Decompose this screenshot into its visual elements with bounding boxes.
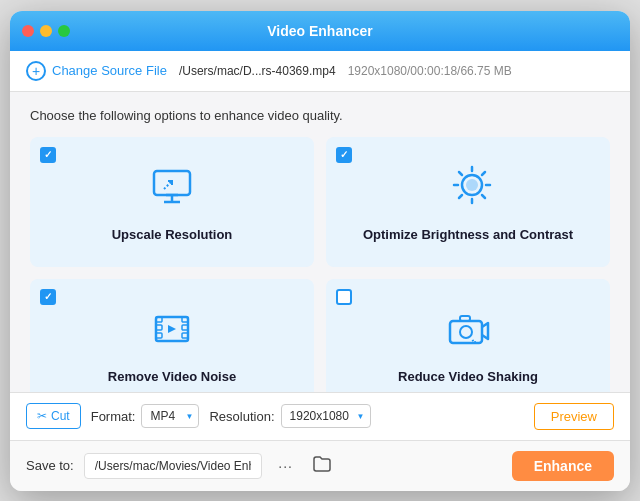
maximize-button[interactable] bbox=[58, 25, 70, 37]
upscale-checkbox[interactable] bbox=[40, 147, 56, 163]
cut-button[interactable]: ✂ Cut bbox=[26, 403, 81, 429]
titlebar: Video Enhancer bbox=[10, 11, 630, 51]
brightness-checkbox[interactable] bbox=[336, 147, 352, 163]
scissors-icon: ✂ bbox=[37, 409, 47, 423]
plus-icon: + bbox=[26, 61, 46, 81]
upscale-card: Upscale Resolution bbox=[30, 137, 314, 267]
enhance-button[interactable]: Enhance bbox=[512, 451, 614, 481]
svg-line-13 bbox=[459, 172, 462, 175]
svg-rect-24 bbox=[460, 316, 470, 321]
close-button[interactable] bbox=[22, 25, 34, 37]
format-group: Format: MP4 MOV AVI bbox=[91, 404, 200, 428]
stabilize-card: Reduce Video Shaking bbox=[326, 279, 610, 392]
denoise-checkbox[interactable] bbox=[40, 289, 56, 305]
file-path: /Users/mac/D...rs-40369.mp4 bbox=[179, 64, 336, 78]
denoise-card: Remove Video Noise bbox=[30, 279, 314, 392]
window-controls bbox=[22, 25, 70, 37]
format-select[interactable]: MP4 MOV AVI bbox=[141, 404, 199, 428]
bottom-bar: ✂ Cut Format: MP4 MOV AVI Resolution: 19… bbox=[10, 392, 630, 440]
brightness-label: Optimize Brightness and Contrast bbox=[363, 227, 573, 242]
file-info: /Users/mac/D...rs-40369.mp4 1920x1080/00… bbox=[179, 64, 512, 78]
save-path-input[interactable] bbox=[84, 453, 263, 479]
change-source-button[interactable]: + Change Source File bbox=[26, 61, 167, 81]
browse-dots-button[interactable]: ··· bbox=[272, 454, 299, 478]
stabilize-checkbox[interactable] bbox=[336, 289, 352, 305]
main-window: Video Enhancer + Change Source File /Use… bbox=[10, 11, 630, 491]
svg-rect-22 bbox=[450, 321, 482, 343]
file-meta: 1920x1080/00:00:18/66.75 MB bbox=[348, 64, 512, 78]
instruction-text: Choose the following options to enhance … bbox=[30, 108, 610, 123]
brightness-card: Optimize Brightness and Contrast bbox=[326, 137, 610, 267]
brightness-icon bbox=[442, 161, 494, 217]
minimize-button[interactable] bbox=[40, 25, 52, 37]
options-grid: Upscale Resolution bbox=[30, 137, 610, 392]
svg-line-10 bbox=[482, 172, 485, 175]
svg-line-12 bbox=[482, 195, 485, 198]
preview-button[interactable]: Preview bbox=[534, 403, 614, 430]
svg-line-11 bbox=[459, 195, 462, 198]
resolution-select[interactable]: 1920x1080 1280x720 3840x2160 bbox=[281, 404, 371, 428]
resolution-group: Resolution: 1920x1080 1280x720 3840x2160 bbox=[209, 404, 370, 428]
camera-icon bbox=[442, 303, 494, 359]
cut-label: Cut bbox=[51, 409, 70, 423]
change-source-label: Change Source File bbox=[52, 63, 167, 78]
film-icon bbox=[146, 303, 198, 359]
format-select-wrapper: MP4 MOV AVI bbox=[141, 404, 199, 428]
monitor-icon bbox=[146, 161, 198, 217]
resolution-select-wrapper: 1920x1080 1280x720 3840x2160 bbox=[281, 404, 371, 428]
svg-point-23 bbox=[460, 326, 472, 338]
window-title: Video Enhancer bbox=[267, 23, 373, 39]
toolbar: + Change Source File /Users/mac/D...rs-4… bbox=[10, 51, 630, 92]
save-label: Save to: bbox=[26, 458, 74, 473]
open-folder-button[interactable] bbox=[309, 452, 335, 480]
save-bar: Save to: ··· Enhance bbox=[10, 440, 630, 491]
stabilize-label: Reduce Video Shaking bbox=[398, 369, 538, 384]
svg-line-4 bbox=[164, 181, 172, 189]
upscale-label: Upscale Resolution bbox=[112, 227, 233, 242]
denoise-label: Remove Video Noise bbox=[108, 369, 236, 384]
main-content: Choose the following options to enhance … bbox=[10, 92, 630, 392]
svg-point-14 bbox=[466, 179, 478, 191]
format-label: Format: bbox=[91, 409, 136, 424]
resolution-label: Resolution: bbox=[209, 409, 274, 424]
